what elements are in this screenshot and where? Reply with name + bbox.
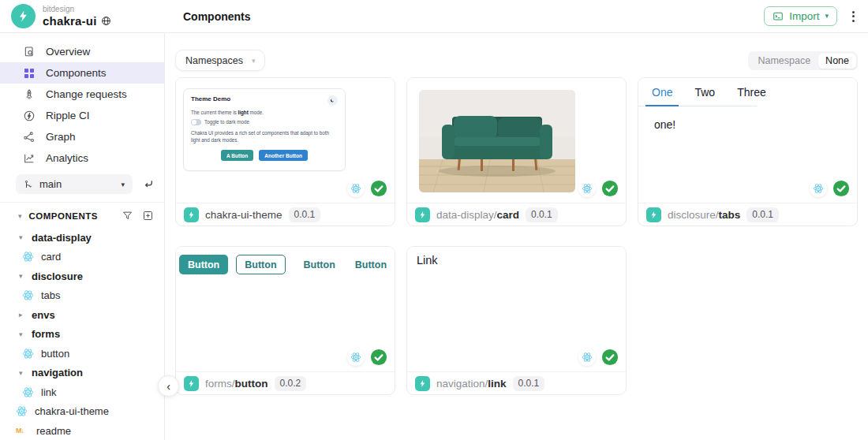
- header: bitdesign chakra-ui Components Import ▾: [0, 0, 868, 33]
- sidebar-item-label: Graph: [46, 131, 76, 143]
- build-success-icon[interactable]: [370, 349, 387, 366]
- markdown-icon: M↓: [16, 427, 29, 434]
- preview-tab-two[interactable]: Two: [688, 78, 721, 106]
- preview-tab-three[interactable]: Three: [731, 78, 773, 106]
- tree-folder-forms[interactable]: ▾ forms: [0, 325, 164, 345]
- preview-tab-content: one!: [654, 118, 857, 131]
- moon-icon: [330, 98, 335, 103]
- tree-component-label: link: [41, 386, 57, 398]
- build-success-icon[interactable]: [601, 180, 619, 197]
- caret-down-icon[interactable]: ▾: [18, 212, 22, 220]
- ripple-ci-icon: [23, 110, 36, 122]
- sidebar-item-analytics[interactable]: Analytics: [0, 147, 164, 169]
- preview-link[interactable]: Link: [417, 254, 438, 267]
- component-preview: Link: [407, 247, 626, 372]
- preview-button-link[interactable]: Button: [355, 259, 387, 270]
- tree-folder-label: envs: [32, 309, 55, 321]
- dark-mode-toggle-button[interactable]: [327, 95, 338, 106]
- sidebar-item-label: Ripple CI: [46, 110, 90, 121]
- version-badge: 0.0.1: [746, 207, 779, 222]
- caret-down-icon[interactable]: ▾: [19, 330, 28, 338]
- sidebar-item-components[interactable]: Components: [0, 62, 164, 84]
- component-card-disclosure-tabs[interactable]: One Two Three one! disclosure/tabs 0.0.1: [638, 77, 858, 226]
- sidebar-item-overview[interactable]: Overview: [0, 41, 164, 62]
- component-card-chakra-ui-theme[interactable]: Theme Demo The current theme is light mo…: [175, 77, 395, 226]
- namespace-toggle-value[interactable]: None: [818, 54, 856, 69]
- tree-folder-label: data-display: [32, 232, 92, 244]
- preview-tab-one[interactable]: One: [645, 78, 679, 106]
- version-badge: 0.0.1: [526, 207, 558, 222]
- sidebar-item-label: Overview: [46, 46, 90, 58]
- sidebar-item-graph[interactable]: Graph: [0, 126, 164, 147]
- tree-component-chakra-ui-theme[interactable]: chakra-ui-theme: [0, 402, 164, 422]
- theme-demo-panel: Theme Demo The current theme is light mo…: [183, 88, 346, 171]
- lane-selector[interactable]: main ▾: [16, 174, 133, 194]
- preview-button-outline[interactable]: Button: [236, 255, 285, 274]
- workspace-brand[interactable]: bitdesign chakra-ui: [11, 4, 111, 28]
- namespaces-filter-dropdown[interactable]: Namespaces ▾: [175, 50, 265, 71]
- caret-down-icon[interactable]: ▾: [19, 272, 28, 280]
- import-button[interactable]: Import ▾: [764, 6, 837, 26]
- tree-component-card[interactable]: card: [0, 248, 164, 267]
- tree-folder-disclosure[interactable]: ▾ disclosure: [0, 267, 164, 286]
- tree-component-label: card: [41, 251, 61, 263]
- component-bolt-icon: [184, 207, 199, 222]
- env-snowflake-icon[interactable]: [578, 180, 596, 197]
- terminal-icon: [773, 11, 784, 22]
- tree-component-button[interactable]: button: [0, 344, 164, 364]
- build-success-icon[interactable]: [832, 180, 850, 197]
- component-name: tabs: [719, 209, 741, 221]
- theme-demo-title: Theme Demo: [191, 95, 230, 103]
- component-card-forms-button[interactable]: Button Button Button Button forms/button…: [175, 246, 395, 395]
- chevron-down-icon: ▾: [121, 181, 125, 188]
- component-card-navigation-link[interactable]: Link navigation/link 0.0.1: [406, 246, 627, 395]
- tree-folder-data-display[interactable]: ▾ data-display: [0, 228, 164, 248]
- component-atom-icon: [22, 348, 34, 360]
- caret-down-icon[interactable]: ▾: [19, 369, 28, 377]
- component-name: link: [488, 378, 506, 390]
- collapse-tree-icon[interactable]: [142, 210, 154, 222]
- component-preview: Button Button Button Button: [176, 247, 395, 372]
- filter-icon[interactable]: [122, 210, 133, 222]
- env-snowflake-icon[interactable]: [810, 180, 827, 197]
- sidebar-collapse-button[interactable]: ‹: [158, 375, 179, 397]
- env-snowflake-icon[interactable]: [578, 349, 596, 366]
- chevron-down-icon: ▾: [252, 57, 256, 65]
- components-tree-header: ▾ COMPONENTS: [0, 210, 154, 222]
- component-bolt-icon: [415, 376, 430, 391]
- dark-mode-switch[interactable]: [191, 119, 201, 125]
- tree-component-link[interactable]: link: [0, 382, 164, 402]
- component-card-footer: chakra-ui-theme 0.0.1: [176, 203, 395, 226]
- component-card-footer: data-display/card 0.0.1: [407, 203, 626, 226]
- tree-item-readme[interactable]: M↓ readme: [0, 421, 164, 440]
- revert-lane-icon[interactable]: [143, 178, 155, 190]
- preview-tabstrip: One Two Three: [638, 78, 757, 106]
- component-card-data-display-card[interactable]: data-display/card 0.0.1: [406, 77, 627, 226]
- tree-component-tabs[interactable]: tabs: [0, 286, 164, 306]
- tree-folder-envs[interactable]: ▸ envs: [0, 305, 164, 325]
- demo-another-button[interactable]: Another Button: [259, 150, 308, 161]
- build-success-icon[interactable]: [601, 349, 619, 366]
- sidebar-item-change-requests[interactable]: Change requests: [0, 84, 164, 105]
- env-snowflake-icon[interactable]: [347, 349, 365, 366]
- component-atom-icon: [22, 251, 34, 263]
- caret-down-icon[interactable]: ▾: [19, 233, 28, 241]
- component-name: button: [235, 378, 268, 390]
- caret-right-icon[interactable]: ▸: [19, 311, 28, 319]
- component-bolt-icon: [646, 207, 661, 222]
- more-options-menu[interactable]: [849, 9, 858, 24]
- sidebar: Overview Components Change requests Ripp…: [0, 33, 165, 440]
- component-bolt-icon: [415, 207, 430, 222]
- tree-component-label: tabs: [41, 289, 61, 301]
- demo-a-button[interactable]: A Button: [221, 150, 253, 161]
- component-card-footer: disclosure/tabs 0.0.1: [638, 203, 857, 226]
- preview-button-solid[interactable]: Button: [179, 255, 228, 274]
- preview-button-ghost[interactable]: Button: [304, 259, 335, 270]
- sidebar-item-ripple-ci[interactable]: Ripple CI: [0, 105, 164, 126]
- tree-header-label: COMPONENTS: [29, 211, 98, 221]
- env-snowflake-icon[interactable]: [347, 180, 365, 197]
- sidebar-item-label: Change requests: [46, 88, 127, 100]
- tree-folder-navigation[interactable]: ▾ navigation: [0, 364, 164, 383]
- tree-folder-label: navigation: [32, 367, 83, 378]
- build-success-icon[interactable]: [370, 180, 387, 197]
